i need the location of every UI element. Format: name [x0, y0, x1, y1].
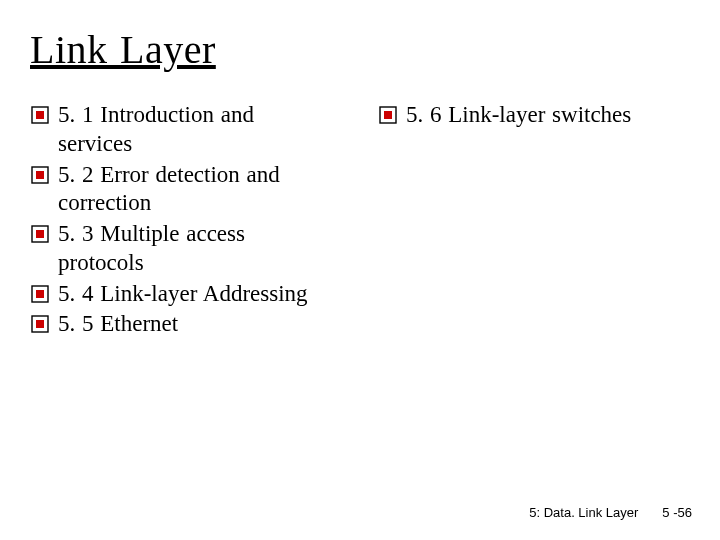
bullet-icon	[30, 165, 50, 185]
bullet-icon	[30, 284, 50, 304]
content-columns: 5. 1 Introduction and services 5. 2 Erro…	[30, 101, 690, 341]
list-item-text: 5. 4 Link-layer Addressing	[58, 280, 308, 309]
list-item: 5. 5 Ethernet	[30, 310, 330, 339]
list-item: 5. 2 Error detection and correction	[30, 161, 330, 219]
footer: 5: Data. Link Layer 5 -56	[529, 505, 692, 520]
list-item-text: 5. 6 Link-layer switches	[406, 101, 631, 130]
svg-rect-5	[36, 230, 44, 238]
footer-section: 5: Data. Link Layer	[529, 505, 638, 520]
svg-rect-7	[36, 290, 44, 298]
page-title: Link Layer	[30, 26, 690, 73]
list-item-text: 5. 5 Ethernet	[58, 310, 178, 339]
footer-page: 5 -56	[662, 505, 692, 520]
right-column: 5. 6 Link-layer switches	[378, 101, 678, 341]
bullet-icon	[30, 314, 50, 334]
list-item: 5. 4 Link-layer Addressing	[30, 280, 330, 309]
svg-rect-9	[36, 320, 44, 328]
svg-rect-1	[36, 111, 44, 119]
list-item-text: 5. 1 Introduction and services	[58, 101, 330, 159]
bullet-icon	[30, 105, 50, 125]
list-item: 5. 1 Introduction and services	[30, 101, 330, 159]
bullet-icon	[30, 224, 50, 244]
left-column: 5. 1 Introduction and services 5. 2 Erro…	[30, 101, 330, 341]
list-item: 5. 6 Link-layer switches	[378, 101, 678, 130]
svg-rect-3	[36, 171, 44, 179]
bullet-icon	[378, 105, 398, 125]
list-item-text: 5. 2 Error detection and correction	[58, 161, 330, 219]
list-item: 5. 3 Multiple access protocols	[30, 220, 330, 278]
svg-rect-11	[384, 111, 392, 119]
list-item-text: 5. 3 Multiple access protocols	[58, 220, 330, 278]
